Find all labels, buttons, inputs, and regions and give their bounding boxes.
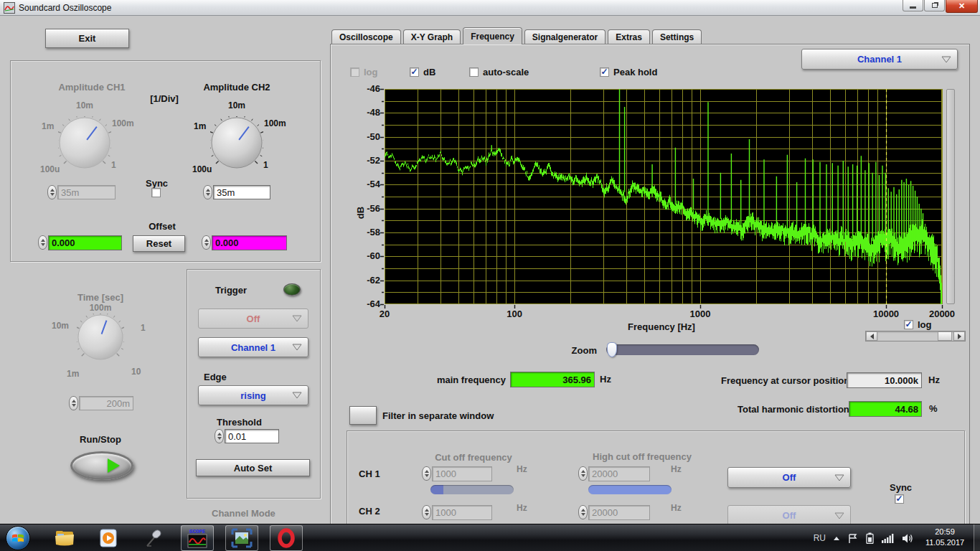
y-tick-label: -46 <box>347 83 380 94</box>
titlebar: Soundcard Oszilloscope ✕ <box>0 0 980 16</box>
checkbox-box <box>350 67 359 77</box>
scroll-thumb[interactable] <box>938 331 952 341</box>
knob-tick-label: 100u <box>192 164 212 174</box>
taskbar-scope-button[interactable]: SCOPE <box>181 525 214 551</box>
scroll-left-button[interactable] <box>866 331 877 341</box>
amplitude-ch1-label: Amplitude CH1 <box>34 82 149 93</box>
scroll-right-button[interactable] <box>953 331 965 341</box>
offset-ch2-spinner[interactable] <box>202 235 211 250</box>
plot-area[interactable] <box>385 89 942 304</box>
start-button[interactable] <box>6 526 30 550</box>
minimize-button[interactable] <box>903 0 923 11</box>
edge-dropdown[interactable]: rising <box>198 385 308 405</box>
amplitude-ch1-knob[interactable] <box>58 116 111 169</box>
close-button[interactable]: ✕ <box>946 0 978 13</box>
sync-checkbox[interactable] <box>151 188 161 197</box>
amplitude-ch2-value[interactable]: 35m <box>213 185 270 199</box>
tab-signalgenerator[interactable]: Signalgenerator <box>524 29 606 44</box>
knob-tick-label: 10m <box>66 100 103 110</box>
volume-icon[interactable] <box>902 533 914 544</box>
edge-label: Edge <box>204 372 227 382</box>
tab-oscilloscope[interactable]: Oscilloscope <box>331 29 401 44</box>
trigger-source-dropdown[interactable]: Channel 1 <box>198 337 308 357</box>
checkbox-label: auto-scale <box>483 67 529 77</box>
checkbox-box: ✓ <box>904 320 913 329</box>
amplitude-ch2-spinner[interactable] <box>203 185 212 199</box>
checkbox-box: ✓ <box>410 67 419 77</box>
offset-ch2-value[interactable]: 0.000 <box>212 235 287 250</box>
y-tick-label: -48 <box>347 107 380 118</box>
horizontal-scrollbar[interactable] <box>865 331 966 342</box>
app-icon <box>4 2 15 14</box>
taskbar-explorer-button[interactable] <box>48 525 81 551</box>
checkbox-label: log <box>364 67 378 77</box>
taskbar-recorder-button[interactable] <box>137 525 170 551</box>
channel-select-value: Channel 1 <box>802 54 957 65</box>
x-tick-label: 20 <box>363 309 406 319</box>
show-desktop-button[interactable] <box>974 524 980 551</box>
windows-logo-icon <box>11 532 24 544</box>
window-title: Soundcard Oszilloscope <box>19 3 111 13</box>
y-tick-label: -60 <box>347 250 380 261</box>
threshold-value[interactable]: 0.01 <box>225 429 279 443</box>
knob-tick-label: 1m <box>67 369 79 379</box>
x-axis-title: Frequency [Hz] <box>618 321 705 332</box>
auto-set-button[interactable]: Auto Set <box>196 459 310 476</box>
knob-tick-label: 100m <box>264 118 286 128</box>
y-tick-label: -62 <box>347 275 380 286</box>
knob-tick-label: 1m <box>42 121 54 131</box>
network-signal-icon[interactable] <box>882 533 894 543</box>
amplitude-ch2-knob[interactable] <box>210 116 263 169</box>
vertical-scrollbar[interactable] <box>946 89 955 304</box>
amplitude-ch1-spinner[interactable] <box>47 185 57 199</box>
checkbox-auto-scale[interactable]: auto-scale <box>469 67 529 77</box>
x-tick-label: 1000 <box>679 309 722 319</box>
time-knob[interactable] <box>77 314 124 361</box>
run-stop-label: Run/Stop <box>72 434 129 445</box>
taskbar-image-viewer-button[interactable] <box>225 525 258 551</box>
x-log-checkbox[interactable]: ✓ log <box>904 319 932 330</box>
time-spinner[interactable] <box>69 396 78 410</box>
restore-icon <box>932 3 938 8</box>
offset-reset-button[interactable]: Reset <box>133 235 185 252</box>
trigger-mode-dropdown[interactable]: Off <box>198 309 308 329</box>
amplitude-ch1-value[interactable]: 35m <box>57 185 116 199</box>
taskbar-opera-button[interactable] <box>270 525 303 551</box>
taskbar-clock[interactable]: 20:59 11.05.2017 <box>917 527 973 548</box>
time-value[interactable]: 200m <box>79 396 133 410</box>
chevron-down-icon <box>292 315 302 322</box>
tab-frequency[interactable]: Frequency <box>463 27 522 44</box>
knob-tick-label: 1m <box>194 121 206 131</box>
run-stop-button[interactable] <box>70 451 133 480</box>
checkbox-db[interactable]: ✓dB <box>410 67 435 77</box>
tab-extras[interactable]: Extras <box>608 29 650 44</box>
checkbox-peak-hold[interactable]: ✓Peak hold <box>600 67 657 77</box>
close-icon: ✕ <box>958 1 965 11</box>
arrow-left-icon <box>870 334 874 339</box>
offset-ch1-spinner[interactable] <box>38 235 47 250</box>
offset-ch1-value[interactable]: 0.000 <box>48 235 122 250</box>
checkbox-log[interactable]: log <box>350 67 378 77</box>
restore-button[interactable] <box>924 0 945 11</box>
channel-select-dropdown[interactable]: Channel 1 <box>801 49 958 70</box>
tab-settings[interactable]: Settings <box>652 29 702 44</box>
tab-x-y-graph[interactable]: X-Y Graph <box>403 29 461 44</box>
threshold-spinner[interactable] <box>215 429 224 443</box>
y-tick-label: -54 <box>347 179 380 189</box>
taskbar-media-player-button[interactable] <box>93 525 126 551</box>
knob-tick-label: 100u <box>40 164 60 174</box>
trigger-label: Trigger <box>215 285 247 296</box>
checkbox-box: ✓ <box>600 67 609 77</box>
knob-tick-label: 10 <box>131 367 141 377</box>
exit-button[interactable]: Exit <box>45 29 129 48</box>
language-indicator[interactable]: RU <box>814 533 826 543</box>
x-tick-label: 20000 <box>920 309 963 319</box>
scope-app-icon: SCOPE <box>186 527 209 549</box>
scroll-track[interactable] <box>877 331 953 341</box>
amplitude-ch2-label: Amplitude CH2 <box>179 82 294 93</box>
battery-icon[interactable] <box>866 532 874 544</box>
tray-expand-icon[interactable] <box>834 537 839 540</box>
action-center-flag-icon[interactable] <box>847 533 858 544</box>
taskbar: SCOPE RU <box>0 524 980 551</box>
trigger-led <box>283 283 301 296</box>
